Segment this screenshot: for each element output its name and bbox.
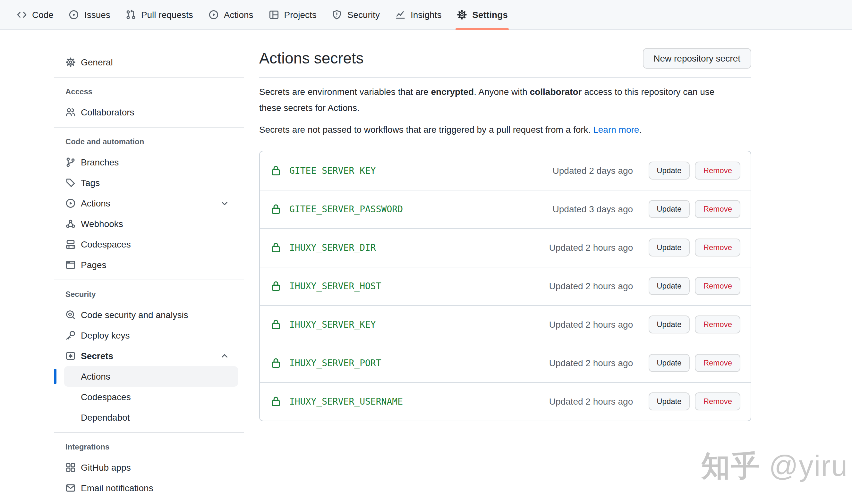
- update-button[interactable]: Update: [648, 316, 690, 334]
- lock-icon: [270, 280, 282, 292]
- secrets-list: GITEE_SERVER_KEY Updated 2 days ago Upda…: [259, 150, 751, 421]
- sidebar-item-webhooks[interactable]: Webhooks: [54, 214, 244, 234]
- tab-insights[interactable]: Insights: [390, 0, 447, 30]
- sidebar-item-collaborators[interactable]: Collaborators: [54, 102, 244, 123]
- lock-icon: [270, 396, 282, 407]
- learn-more-link[interactable]: Learn more: [593, 124, 639, 134]
- update-button[interactable]: Update: [648, 161, 690, 179]
- sidebar-item-general[interactable]: General: [54, 52, 244, 72]
- secret-name: IHUXY_SERVER_USERNAME: [289, 396, 403, 407]
- gear-icon: [457, 10, 467, 20]
- apps-grid-icon: [66, 462, 76, 472]
- tab-actions[interactable]: Actions: [203, 0, 259, 30]
- project-table-icon: [269, 10, 279, 20]
- sidebar-item-email-notifications[interactable]: Email notifications: [54, 478, 244, 498]
- lock-icon: [270, 164, 282, 176]
- mail-icon: [66, 483, 76, 493]
- tab-security[interactable]: Security: [327, 0, 385, 30]
- sidebar-item-code-security[interactable]: Code security and analysis: [54, 305, 244, 325]
- update-button[interactable]: Update: [648, 238, 690, 256]
- tab-pull-requests[interactable]: Pull requests: [121, 0, 198, 30]
- sidebar-divider: [54, 127, 244, 128]
- tab-code[interactable]: Code: [12, 0, 59, 30]
- update-button[interactable]: Update: [648, 200, 690, 218]
- sidebar-item-branches[interactable]: Branches: [54, 152, 244, 173]
- secrets-description: Secrets are environment variables that a…: [259, 84, 751, 115]
- sidebar-item-secrets[interactable]: Secrets: [54, 346, 244, 366]
- remove-button[interactable]: Remove: [695, 238, 740, 256]
- sidebar-item-actions[interactable]: Actions: [54, 193, 244, 214]
- update-button[interactable]: Update: [648, 392, 690, 410]
- remove-button[interactable]: Remove: [695, 200, 740, 218]
- gear-icon: [66, 57, 76, 67]
- update-button[interactable]: Update: [648, 354, 690, 372]
- tab-label: Projects: [284, 10, 317, 20]
- tab-label: Code: [32, 10, 54, 20]
- sidebar-item-pages[interactable]: Pages: [54, 255, 244, 275]
- tab-label: Pull requests: [141, 10, 193, 20]
- secret-updated: Updated 2 hours ago: [549, 281, 633, 291]
- sidebar-item-codespaces[interactable]: Codespaces: [54, 234, 244, 255]
- secret-updated: Updated 2 hours ago: [549, 242, 633, 253]
- secret-updated: Updated 2 hours ago: [549, 319, 633, 329]
- secret-name: GITEE_SERVER_KEY: [289, 165, 376, 175]
- play-circle-icon: [66, 198, 76, 209]
- secret-updated: Updated 2 hours ago: [549, 396, 633, 407]
- sidebar-item-label: Codespaces: [81, 392, 131, 402]
- tab-projects[interactable]: Projects: [264, 0, 322, 30]
- sidebar-section-title-access: Access: [54, 85, 244, 98]
- update-button[interactable]: Update: [648, 277, 690, 295]
- secret-name: IHUXY_SERVER_DIR: [289, 242, 376, 253]
- secret-row: GITEE_SERVER_PASSWORD Updated 3 days ago…: [260, 190, 751, 228]
- secret-row: IHUXY_SERVER_PORT Updated 2 hours ago Up…: [260, 343, 751, 382]
- secret-updated: Updated 2 days ago: [553, 165, 633, 175]
- sidebar-divider: [54, 77, 244, 77]
- graph-icon: [395, 10, 406, 20]
- secret-updated: Updated 3 days ago: [553, 204, 633, 214]
- secret-updated: Updated 2 hours ago: [549, 358, 633, 368]
- sidebar-subitem-codespaces-secrets[interactable]: Codespaces: [64, 386, 238, 407]
- sidebar-item-tags[interactable]: Tags: [54, 173, 244, 193]
- sidebar-subitem-actions-secrets[interactable]: Actions: [64, 366, 238, 386]
- key-icon: [66, 330, 76, 341]
- chevron-up-icon: [219, 351, 230, 361]
- tag-icon: [66, 178, 76, 188]
- shield-icon: [332, 10, 342, 20]
- secret-row: IHUXY_SERVER_KEY Updated 2 hours ago Upd…: [260, 305, 751, 343]
- lock-icon: [270, 203, 282, 215]
- secret-row: GITEE_SERVER_KEY Updated 2 days ago Upda…: [260, 151, 751, 190]
- sidebar-item-deploy-keys[interactable]: Deploy keys: [54, 325, 244, 346]
- secret-row: IHUXY_SERVER_HOST Updated 2 hours ago Up…: [260, 266, 751, 305]
- secret-name: GITEE_SERVER_PASSWORD: [289, 204, 403, 214]
- sidebar-item-label: Pages: [81, 260, 106, 270]
- header-divider: [259, 77, 751, 77]
- tab-settings[interactable]: Settings: [452, 0, 513, 30]
- remove-button[interactable]: Remove: [695, 277, 740, 295]
- secrets-asterisk-icon: [66, 351, 76, 361]
- sidebar-item-label: General: [81, 57, 113, 67]
- secret-name: IHUXY_SERVER_KEY: [289, 319, 376, 329]
- remove-button[interactable]: Remove: [695, 161, 740, 179]
- tab-label: Settings: [472, 10, 508, 20]
- lock-icon: [270, 242, 282, 253]
- remove-button[interactable]: Remove: [695, 392, 740, 410]
- tab-issues[interactable]: Issues: [64, 0, 116, 30]
- page-title: Actions secrets: [259, 48, 363, 69]
- tab-label: Insights: [411, 10, 442, 20]
- sidebar-item-label: Codespaces: [81, 239, 131, 249]
- sidebar-item-label: GitHub apps: [81, 462, 131, 472]
- actions-secrets-panel: Actions secrets New repository secret Se…: [259, 30, 751, 421]
- sidebar-section-title-integrations: Integrations: [54, 440, 244, 453]
- fork-note: Secrets are not passed to workflows that…: [259, 122, 751, 138]
- github-settings-page: Code Issues Pull requests Actions Projec…: [0, 0, 852, 504]
- sidebar-section-title-code-automation: Code and automation: [54, 135, 244, 148]
- new-repository-secret-button[interactable]: New repository secret: [642, 48, 751, 69]
- remove-button[interactable]: Remove: [695, 354, 740, 372]
- sidebar-subitem-dependabot-secrets[interactable]: Dependabot: [64, 407, 238, 428]
- remove-button[interactable]: Remove: [695, 316, 740, 334]
- watermark-brand: 知乎: [701, 450, 760, 482]
- watermark-user: @yiru: [769, 450, 848, 482]
- sidebar-section-title-security: Security: [54, 288, 244, 301]
- lock-icon: [270, 357, 282, 369]
- sidebar-item-github-apps[interactable]: GitHub apps: [54, 457, 244, 478]
